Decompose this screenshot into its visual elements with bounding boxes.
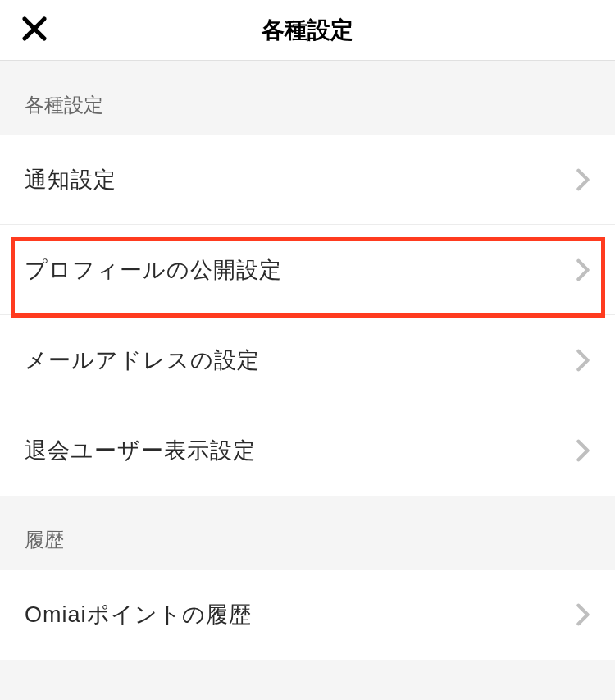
list-item-profile-visibility[interactable]: プロフィールの公開設定 [0, 225, 615, 315]
close-icon [20, 14, 49, 47]
list-item-notification[interactable]: 通知設定 [0, 135, 615, 225]
page-title: 各種設定 [0, 15, 615, 46]
list-item-points-history[interactable]: Omiaiポイントの履歴 [0, 570, 615, 660]
chevron-right-icon [576, 603, 590, 626]
list-item-label: 退会ユーザー表示設定 [25, 436, 256, 465]
close-button[interactable] [20, 14, 49, 47]
list-history: Omiaiポイントの履歴 [0, 570, 615, 660]
list-item-label: プロフィールの公開設定 [25, 255, 282, 285]
chevron-right-icon [576, 349, 590, 372]
section-settings: 各種設定 通知設定 プロフィールの公開設定 メールアドレスの設定 [0, 61, 615, 496]
list-settings: 通知設定 プロフィールの公開設定 メールアドレスの設定 [0, 135, 615, 496]
section-header-history: 履歴 [0, 496, 615, 570]
list-item-withdrawn-users[interactable]: 退会ユーザー表示設定 [0, 405, 615, 496]
section-history: 履歴 Omiaiポイントの履歴 [0, 496, 615, 660]
list-item-label: Omiaiポイントの履歴 [25, 600, 252, 629]
chevron-right-icon [576, 168, 590, 191]
section-header-settings: 各種設定 [0, 61, 615, 135]
list-item-email[interactable]: メールアドレスの設定 [0, 315, 615, 405]
list-item-label: メールアドレスの設定 [25, 345, 260, 375]
chevron-right-icon [576, 439, 590, 462]
header: 各種設定 [0, 0, 615, 61]
list-item-label: 通知設定 [25, 165, 116, 194]
chevron-right-icon [576, 258, 590, 281]
